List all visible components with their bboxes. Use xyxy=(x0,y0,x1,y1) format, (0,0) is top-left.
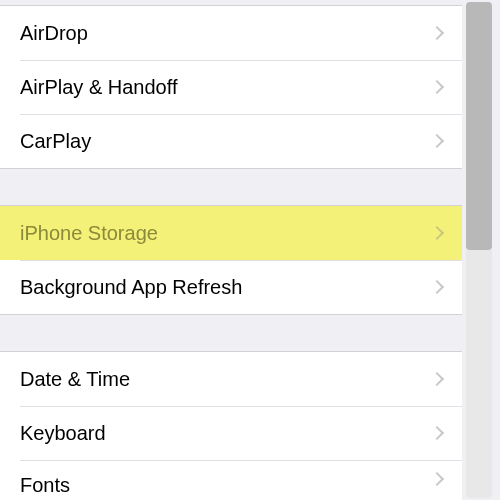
row-label: CarPlay xyxy=(20,130,91,153)
scrollbar-thumb[interactable] xyxy=(466,2,492,250)
chevron-right-icon xyxy=(430,134,444,148)
settings-list: AirDrop AirPlay & Handoff CarPlay iPhone… xyxy=(0,0,462,500)
settings-group-2: iPhone Storage Background App Refresh xyxy=(0,205,462,315)
row-label: AirDrop xyxy=(20,22,88,45)
row-airplay-handoff[interactable]: AirPlay & Handoff xyxy=(0,60,462,114)
settings-group-3: Date & Time Keyboard Fonts xyxy=(0,351,462,500)
row-label: iPhone Storage xyxy=(20,222,158,245)
row-label: Keyboard xyxy=(20,422,106,445)
row-label: Fonts xyxy=(20,474,70,497)
chevron-right-icon xyxy=(430,426,444,440)
chevron-right-icon xyxy=(430,472,444,486)
row-iphone-storage[interactable]: iPhone Storage xyxy=(0,206,462,260)
row-label: AirPlay & Handoff xyxy=(20,76,178,99)
settings-group-1: AirDrop AirPlay & Handoff CarPlay xyxy=(0,5,462,169)
spacer xyxy=(0,169,462,205)
chevron-right-icon xyxy=(430,80,444,94)
row-label: Background App Refresh xyxy=(20,276,242,299)
chevron-right-icon xyxy=(430,280,444,294)
chevron-right-icon xyxy=(430,226,444,240)
scrollbar-track[interactable] xyxy=(466,2,492,498)
row-fonts[interactable]: Fonts xyxy=(0,460,462,500)
row-background-app-refresh[interactable]: Background App Refresh xyxy=(0,260,462,314)
spacer xyxy=(0,315,462,351)
row-date-time[interactable]: Date & Time xyxy=(0,352,462,406)
chevron-right-icon xyxy=(430,26,444,40)
row-airdrop[interactable]: AirDrop xyxy=(0,6,462,60)
chevron-right-icon xyxy=(430,372,444,386)
row-label: Date & Time xyxy=(20,368,130,391)
row-keyboard[interactable]: Keyboard xyxy=(0,406,462,460)
row-carplay[interactable]: CarPlay xyxy=(0,114,462,168)
